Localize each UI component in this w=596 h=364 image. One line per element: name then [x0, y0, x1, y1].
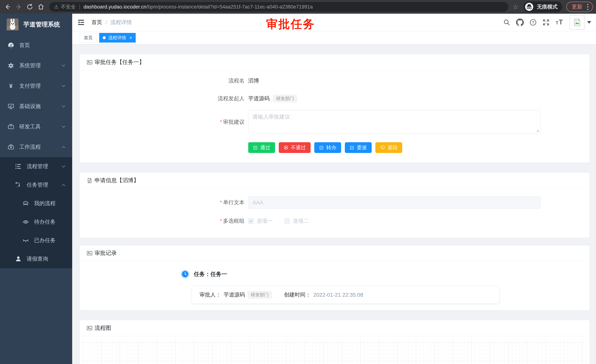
browser-home-icon[interactable] [37, 3, 45, 10]
approve-record-card: 审批记录 任务：任务一 审批人： 芋道源码 研发部门 [80, 245, 590, 310]
gear-icon [7, 63, 15, 69]
sidebar-item-label: 支付管理 [19, 82, 41, 90]
app-title: 芋道管理系统 [23, 20, 60, 29]
text-field-row: *单行文本 [80, 196, 589, 209]
initiator-label: 流程发起人 [80, 95, 245, 102]
not-secure-warning-icon: ⚠ [54, 4, 59, 10]
sidebar-item-home[interactable]: 首页 [0, 35, 72, 56]
browser-menu-icon[interactable] [586, 4, 589, 10]
yen-icon: ¥ [7, 83, 15, 89]
apply-info-card: 申请信息【滔博】 *单行文本 *多选框组 [80, 172, 590, 238]
card-title: 申请信息【滔博】 [95, 177, 139, 184]
monitor-check-icon [7, 103, 15, 110]
browser-update-button[interactable]: 更新 [566, 2, 593, 12]
sidebar-item-system[interactable]: 系统管理 [0, 56, 72, 76]
checkbox-checked-icon [248, 218, 254, 224]
list-tree-icon [15, 163, 22, 170]
font-size-icon[interactable]: TT [555, 19, 564, 26]
task-node-title: 任务：任务一 [194, 270, 227, 278]
approve-button[interactable]: 通过 [248, 142, 275, 153]
approve-task-card-header: 审批任务【任务一】 [80, 54, 589, 71]
document-icon [87, 178, 92, 183]
sidebar-logo[interactable]: 芋道管理系统 [0, 14, 72, 35]
page-content: 审批任务【任务一】 流程名 滔博 流程发起人 芋道源码 研发部门 [72, 44, 596, 364]
breadcrumb-home[interactable]: 首页 [91, 19, 102, 26]
fullscreen-icon[interactable] [542, 19, 550, 26]
sidebar-item-label: 系统管理 [19, 62, 41, 69]
close-tab-icon[interactable]: × [129, 35, 132, 40]
sidebar-item-my-process[interactable]: 我的流程 [0, 194, 72, 213]
incognito-icon [525, 3, 533, 11]
help-icon[interactable]: ? [529, 19, 537, 26]
broken-image-icon [573, 18, 581, 27]
apply-info-card-header: 申请信息【滔博】 [80, 173, 589, 189]
timeline-task-node: 任务：任务一 [181, 270, 589, 278]
create-time-label: 创建时间： [284, 291, 311, 298]
transfer-button[interactable]: 转办 [314, 142, 341, 153]
chevron-down-icon [61, 105, 66, 108]
red-annotation-text: 审批任务 [266, 16, 315, 32]
chevron-down-icon [61, 165, 66, 168]
incognito-label: 无痕模式 [537, 3, 558, 10]
picture-icon [87, 250, 92, 256]
sidebar-item-task-mgmt[interactable]: 任务管理 [0, 176, 72, 194]
briefcase-icon [7, 144, 15, 150]
browser-back-icon[interactable] [4, 3, 11, 10]
tab-home[interactable]: 首页 [80, 33, 97, 43]
tab-process-detail[interactable]: 流程详情 × [99, 33, 136, 43]
sidebar-item-dev-tools[interactable]: 研发工具 [0, 116, 72, 137]
checkbox-group-row: *多选框组 选项一 选项二 [80, 217, 589, 225]
tags-view-bar: 首页 流程详情 × [72, 31, 596, 44]
main-area: 首页 / 流程详情 审批任务 ? TT [72, 14, 596, 364]
opinion-row: *审批建议 [80, 110, 589, 134]
url-host: dashboard.yudao.iocoder.cn [83, 4, 146, 10]
sidebar-item-leave-query[interactable]: 请假查询 [0, 250, 72, 268]
process-name-value: 滔博 [248, 77, 259, 85]
search-icon[interactable] [503, 19, 510, 26]
initiator-dept-tag: 研发部门 [273, 95, 297, 102]
sidebar: 芋道管理系统 首页 系统管理 ¥ 支付管理 基础设施 [0, 14, 72, 364]
sidebar-item-label: 研发工具 [19, 123, 41, 130]
card-title: 流程图 [95, 324, 111, 332]
initiator-row: 流程发起人 芋道源码 研发部门 [80, 95, 589, 102]
return-button[interactable]: 退回 [375, 142, 402, 153]
sidebar-item-todo-tasks[interactable]: 待办任务 [0, 213, 72, 231]
avatar[interactable] [570, 15, 585, 30]
sidebar-item-done-tasks[interactable]: 已办任务 [0, 231, 72, 250]
svg-text:T: T [559, 19, 563, 26]
text-field-label: *单行文本 [80, 199, 245, 206]
circle-close-icon [283, 145, 288, 150]
bookmark-star-icon[interactable]: ☆ [513, 3, 518, 11]
flow-diagram-card-body [80, 339, 589, 364]
security-label: 不安全 [61, 4, 76, 10]
delegate-button[interactable]: 委派 [345, 142, 372, 153]
edit-icon [350, 145, 354, 150]
reject-button[interactable]: 不通过 [279, 142, 311, 153]
incognito-badge: 无痕模式 [523, 1, 562, 12]
opinion-textarea[interactable] [248, 110, 541, 133]
sidebar-item-label: 流程管理 [27, 163, 48, 170]
sidebar-item-process-mgmt[interactable]: 流程管理 [0, 157, 72, 176]
browser-reload-icon[interactable] [26, 3, 33, 10]
approve-task-card-body: 流程名 滔博 流程发起人 芋道源码 研发部门 *审批建议 [80, 71, 589, 163]
process-name-row: 流程名 滔博 [80, 77, 589, 85]
bpmn-grid-canvas[interactable] [83, 339, 587, 364]
sidebar-collapse-icon[interactable] [77, 19, 85, 26]
sidebar-item-infrastructure[interactable]: 基础设施 [0, 96, 72, 116]
svg-text:?: ? [532, 20, 534, 24]
url-divider [79, 4, 80, 10]
sidebar-item-payment[interactable]: ¥ 支付管理 [0, 76, 72, 96]
address-bar[interactable]: ⚠ 不安全 dashboard.yudao.iocoder.cn/bpm/pro… [49, 2, 508, 12]
approver-dept-tag: 研发部门 [248, 291, 272, 298]
approve-record-card-body: 任务：任务一 审批人： 芋道源码 研发部门 创建时间： 2022-01-21 2… [80, 261, 589, 310]
tab-label: 流程详情 [108, 35, 126, 41]
sidebar-item-workflow[interactable]: 工作流程 [0, 137, 72, 157]
browser-forward-icon[interactable] [15, 3, 22, 10]
avatar-dropdown-caret-icon[interactable] [587, 21, 591, 24]
github-icon[interactable] [516, 19, 524, 26]
create-time-value: 2022-01-21 22:35:08 [313, 292, 363, 298]
sidebar-item-label: 任务管理 [27, 181, 48, 189]
chevron-down-icon [61, 125, 66, 128]
required-star: * [220, 119, 222, 125]
initiator-value-group: 芋道源码 研发部门 [248, 95, 297, 102]
